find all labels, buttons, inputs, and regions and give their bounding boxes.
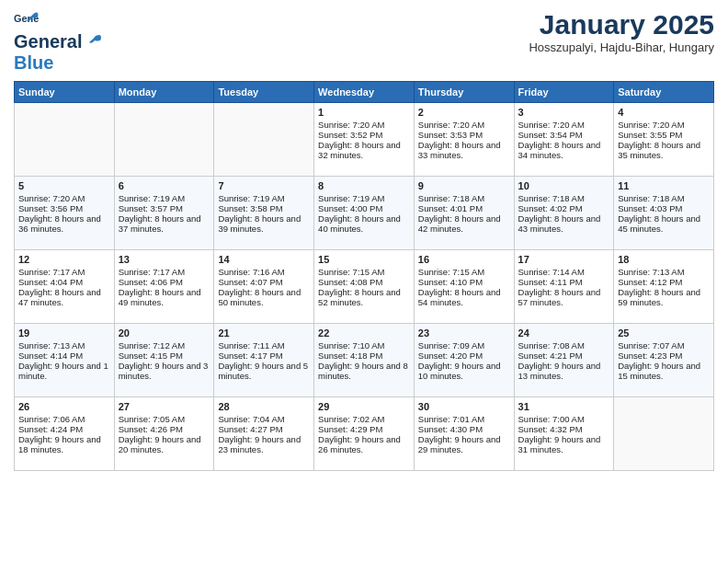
sunrise-text: Sunrise: 7:02 AM [318,414,410,424]
daylight-text: Daylight: 9 hours and 3 minutes. [119,361,210,381]
sunrise-text: Sunrise: 7:17 AM [18,267,110,277]
daylight-text: Daylight: 8 hours and 59 minutes. [618,287,710,307]
logo-general: General [14,31,82,52]
day-number: 18 [618,254,710,265]
day-number: 22 [318,327,410,339]
calendar-cell: 25Sunrise: 7:07 AMSunset: 4:23 PMDayligh… [614,324,714,397]
sunrise-text: Sunrise: 7:11 AM [218,340,310,350]
daylight-text: Daylight: 9 hours and 23 minutes. [218,434,310,454]
week-row-2: 5Sunrise: 7:20 AMSunset: 3:56 PMDaylight… [15,177,714,250]
sunset-text: Sunset: 4:02 PM [518,203,610,213]
sunrise-text: Sunrise: 7:13 AM [18,340,110,350]
daylight-text: Daylight: 8 hours and 54 minutes. [418,287,510,307]
sunset-text: Sunset: 4:11 PM [518,277,610,287]
calendar-cell: 2Sunrise: 7:20 AMSunset: 3:53 PMDaylight… [414,103,514,177]
calendar-cell: 3Sunrise: 7:20 AMSunset: 3:54 PMDaylight… [514,103,614,177]
calendar-cell: 16Sunrise: 7:15 AMSunset: 4:10 PMDayligh… [414,250,514,324]
daylight-text: Daylight: 9 hours and 5 minutes. [218,361,310,381]
calendar-cell [114,103,214,177]
sunrise-text: Sunrise: 7:10 AM [318,340,410,350]
day-number: 7 [218,180,310,191]
calendar-cell: 5Sunrise: 7:20 AMSunset: 3:56 PMDaylight… [15,177,115,250]
calendar-cell: 13Sunrise: 7:17 AMSunset: 4:06 PMDayligh… [114,250,214,324]
daylight-text: Daylight: 8 hours and 39 minutes. [218,213,310,234]
daylight-text: Daylight: 8 hours and 42 minutes. [418,213,510,234]
day-number: 8 [318,180,410,191]
sunrise-text: Sunrise: 7:12 AM [119,340,210,350]
day-number: 2 [418,107,510,118]
sunset-text: Sunset: 4:10 PM [418,277,510,287]
sunrise-text: Sunrise: 7:20 AM [418,120,510,130]
daylight-text: Daylight: 8 hours and 57 minutes. [518,287,610,307]
weekday-header-row: Sunday Monday Tuesday Wednesday Thursday… [15,82,714,103]
daylight-text: Daylight: 9 hours and 29 minutes. [418,434,510,454]
header-wednesday: Wednesday [314,82,415,103]
daylight-text: Daylight: 8 hours and 33 minutes. [418,140,510,160]
header-monday: Monday [114,82,214,103]
day-number: 12 [18,254,110,265]
calendar-cell: 7Sunrise: 7:19 AMSunset: 3:58 PMDaylight… [214,177,314,250]
calendar-cell: 24Sunrise: 7:08 AMSunset: 4:21 PMDayligh… [514,324,614,397]
sunset-text: Sunset: 4:06 PM [119,277,210,287]
daylight-text: Daylight: 8 hours and 32 minutes. [318,140,410,160]
sunset-text: Sunset: 4:27 PM [218,424,310,434]
sunrise-text: Sunrise: 7:16 AM [218,267,310,277]
calendar-cell: 8Sunrise: 7:19 AMSunset: 4:00 PMDaylight… [314,177,415,250]
day-number: 17 [518,254,610,265]
day-number: 30 [418,401,510,412]
header-tuesday: Tuesday [214,82,314,103]
sunset-text: Sunset: 4:00 PM [318,203,410,213]
calendar-cell: 18Sunrise: 7:13 AMSunset: 4:12 PMDayligh… [614,250,714,324]
sunrise-text: Sunrise: 7:07 AM [618,340,710,350]
logo-bird-icon [83,32,103,52]
daylight-text: Daylight: 9 hours and 13 minutes. [518,361,610,381]
sunrise-text: Sunrise: 7:15 AM [418,267,510,277]
calendar-title: January 2025 [529,9,714,40]
sunrise-text: Sunrise: 7:13 AM [618,267,710,277]
calendar-cell: 20Sunrise: 7:12 AMSunset: 4:15 PMDayligh… [114,324,214,397]
calendar-cell: 29Sunrise: 7:02 AMSunset: 4:29 PMDayligh… [314,397,415,471]
day-number: 21 [218,327,310,339]
day-number: 23 [418,327,510,339]
daylight-text: Daylight: 9 hours and 10 minutes. [418,361,510,381]
sunset-text: Sunset: 4:29 PM [318,424,410,434]
daylight-text: Daylight: 8 hours and 45 minutes. [618,213,710,234]
day-number: 10 [518,180,610,191]
daylight-text: Daylight: 8 hours and 34 minutes. [518,140,610,160]
calendar-cell: 11Sunrise: 7:18 AMSunset: 4:03 PMDayligh… [614,177,714,250]
sunset-text: Sunset: 4:15 PM [119,350,210,361]
daylight-text: Daylight: 9 hours and 31 minutes. [518,434,610,454]
daylight-text: Daylight: 9 hours and 20 minutes. [119,434,210,454]
sunrise-text: Sunrise: 7:20 AM [518,120,610,130]
sunrise-text: Sunrise: 7:18 AM [618,193,710,203]
day-number: 4 [618,107,710,118]
sunset-text: Sunset: 4:18 PM [318,350,410,361]
sunset-text: Sunset: 4:01 PM [418,203,510,213]
page: General General Blue January 2025 Hosszu… [0,0,728,480]
day-number: 14 [218,254,310,265]
sunset-text: Sunset: 4:30 PM [418,424,510,434]
day-number: 1 [318,107,410,118]
calendar-cell: 6Sunrise: 7:19 AMSunset: 3:57 PMDaylight… [114,177,214,250]
week-row-1: 1Sunrise: 7:20 AMSunset: 3:52 PMDaylight… [15,103,714,177]
header-friday: Friday [514,82,614,103]
daylight-text: Daylight: 9 hours and 26 minutes. [318,434,410,454]
sunrise-text: Sunrise: 7:05 AM [119,414,210,424]
daylight-text: Daylight: 8 hours and 43 minutes. [518,213,610,234]
sunset-text: Sunset: 4:24 PM [18,424,110,434]
sunset-text: Sunset: 4:26 PM [119,424,210,434]
daylight-text: Daylight: 8 hours and 37 minutes. [119,213,210,234]
calendar-cell: 14Sunrise: 7:16 AMSunset: 4:07 PMDayligh… [214,250,314,324]
day-number: 27 [119,401,210,412]
calendar-cell: 12Sunrise: 7:17 AMSunset: 4:04 PMDayligh… [15,250,115,324]
day-number: 31 [518,401,610,412]
sunrise-text: Sunrise: 7:04 AM [218,414,310,424]
day-number: 13 [119,254,210,265]
day-number: 5 [18,180,110,191]
calendar-cell: 27Sunrise: 7:05 AMSunset: 4:26 PMDayligh… [114,397,214,471]
sunset-text: Sunset: 3:56 PM [18,203,110,213]
sunrise-text: Sunrise: 7:17 AM [119,267,210,277]
calendar-cell [614,397,714,471]
sunset-text: Sunset: 4:04 PM [18,277,110,287]
sunset-text: Sunset: 4:07 PM [218,277,310,287]
